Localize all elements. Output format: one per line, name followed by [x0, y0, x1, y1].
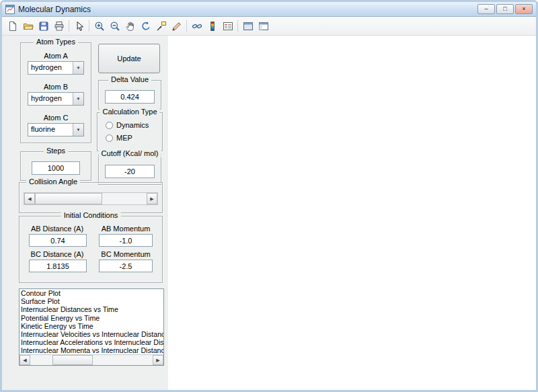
- calculation-type-panel: Calculation Type Dynamics MEP: [97, 112, 163, 151]
- hand-icon: [125, 21, 136, 32]
- list-item[interactable]: Internuclear Momenta vs Internuclear Dis…: [20, 346, 163, 354]
- window-controls: – □ ×: [477, 4, 533, 14]
- atom-a-select[interactable]: hydrogen ▼: [28, 61, 84, 75]
- cutoff-title: Cutoff (Kcal/ mol): [99, 149, 161, 157]
- plot-type-listbox[interactable]: Contour Plot Surface Plot Internuclear D…: [19, 288, 164, 366]
- save-floppy-icon: [38, 21, 49, 32]
- delta-value-field[interactable]: 0.424: [105, 90, 155, 104]
- title-bar[interactable]: Molecular Dynamics – □ ×: [2, 2, 536, 17]
- collision-angle-title: Collision Angle: [26, 178, 80, 186]
- bc-momentum-label: BC Momentum: [93, 250, 158, 258]
- open-file-button[interactable]: [20, 19, 36, 34]
- link-chain-icon: [192, 21, 202, 32]
- ab-distance-field[interactable]: 0.74: [29, 234, 87, 247]
- close-button[interactable]: ×: [515, 4, 533, 14]
- scrollbar-track[interactable]: [30, 355, 153, 365]
- pan-button[interactable]: [122, 19, 138, 34]
- cursor-arrow-icon: [74, 21, 85, 32]
- app-window: Molecular Dynamics – □ × Atom Types: [0, 0, 538, 392]
- scrollbar-thumb[interactable]: [52, 355, 93, 365]
- atom-types-panel: Atom Types Atom A hydrogen ▼ Atom B hydr…: [20, 42, 91, 143]
- toolbar-separator: [237, 20, 238, 32]
- save-figure-button[interactable]: [36, 19, 51, 34]
- link-plot-button[interactable]: [189, 19, 204, 34]
- app-icon: [5, 5, 15, 14]
- initial-conditions-title: Initial Conditions: [61, 211, 121, 219]
- radio-mep-label: MEP: [116, 134, 132, 142]
- steps-panel: Steps 1000: [20, 151, 91, 181]
- data-cursor-button[interactable]: [153, 19, 169, 34]
- rotate-3d-button[interactable]: [138, 19, 153, 34]
- zoom-in-button[interactable]: [91, 19, 107, 34]
- list-item[interactable]: Surface Plot: [20, 297, 163, 305]
- print-figure-button[interactable]: [51, 19, 67, 34]
- bc-momentum-field[interactable]: -2.5: [99, 260, 153, 272]
- new-figure-icon: [7, 21, 18, 32]
- open-folder-icon: [23, 21, 34, 32]
- ab-distance-label: AB Distance (A): [22, 225, 92, 233]
- plot-area[interactable]: [168, 36, 536, 391]
- list-item[interactable]: Contour Plot: [20, 289, 163, 297]
- zoom-out-button[interactable]: [107, 19, 122, 34]
- datatip-icon: [156, 21, 167, 32]
- legend-icon: [223, 21, 233, 32]
- list-item[interactable]: Internuclear Accelerations vs Internucle…: [20, 338, 163, 346]
- hide-plot-tools-icon: [243, 21, 254, 32]
- toolbar: [2, 17, 536, 36]
- edit-plot-button[interactable]: [71, 19, 87, 34]
- show-plot-tools-icon: [258, 21, 269, 32]
- list-item[interactable]: Internuclear Distances vs Time: [20, 305, 163, 313]
- scroll-left-button[interactable]: ◀: [20, 355, 30, 365]
- hide-plot-tools-button[interactable]: [240, 19, 256, 34]
- listbox-hscrollbar[interactable]: ◀ ▶: [20, 354, 163, 365]
- radio-dynamics[interactable]: Dynamics: [106, 121, 149, 129]
- radio-icon: [106, 134, 113, 142]
- chevron-down-icon[interactable]: ▼: [73, 62, 83, 74]
- colorbar-icon: [207, 21, 218, 32]
- delta-value-panel: Delta Value 0.424: [98, 80, 161, 110]
- chevron-down-icon[interactable]: ▼: [73, 124, 83, 136]
- slider-left-arrow[interactable]: ◀: [24, 193, 35, 204]
- insert-legend-button[interactable]: [220, 19, 235, 34]
- window-title: Molecular Dynamics: [18, 5, 91, 14]
- maximize-button[interactable]: □: [496, 4, 514, 14]
- update-button[interactable]: Update: [98, 44, 160, 73]
- insert-colorbar-button[interactable]: [204, 19, 220, 34]
- new-figure-button[interactable]: [5, 19, 20, 34]
- slider-right-arrow[interactable]: ▶: [147, 193, 157, 204]
- client-area: Atom Types Atom A hydrogen ▼ Atom B hydr…: [2, 36, 536, 391]
- list-item[interactable]: Potential Energy vs Time: [20, 314, 163, 322]
- steps-field[interactable]: 1000: [32, 161, 80, 175]
- atom-c-select[interactable]: fluorine ▼: [28, 123, 84, 136]
- atom-b-value: hydrogen: [28, 93, 73, 105]
- atom-c-label: Atom C: [21, 114, 91, 122]
- radio-dynamics-label: Dynamics: [116, 121, 149, 129]
- atom-c-value: fluorine: [28, 124, 73, 136]
- chevron-down-icon[interactable]: ▼: [73, 93, 83, 105]
- listbox-items: Contour Plot Surface Plot Internuclear D…: [20, 289, 163, 354]
- rotate-arrow-icon: [141, 21, 151, 32]
- scroll-right-button[interactable]: ▶: [153, 355, 163, 365]
- cutoff-field[interactable]: -20: [105, 165, 155, 178]
- printer-icon: [54, 21, 65, 32]
- show-plot-tools-button[interactable]: [256, 19, 271, 34]
- list-item[interactable]: Kinetic Energy vs Time: [20, 322, 163, 330]
- collision-angle-slider[interactable]: ◀ ▶: [24, 192, 158, 205]
- collision-angle-panel: Collision Angle ◀ ▶: [19, 182, 163, 213]
- slider-track[interactable]: [35, 193, 147, 204]
- zoom-out-icon: [110, 21, 120, 32]
- list-item[interactable]: Internuclear Velocities vs Internuclear …: [20, 330, 163, 338]
- initial-conditions-panel: Initial Conditions AB Distance (A) AB Mo…: [19, 216, 163, 283]
- atom-types-title: Atom Types: [34, 38, 78, 46]
- atom-b-select[interactable]: hydrogen ▼: [28, 92, 84, 106]
- zoom-in-icon: [94, 21, 105, 32]
- brush-data-button[interactable]: [169, 19, 184, 34]
- minimize-button[interactable]: –: [477, 4, 495, 14]
- ab-momentum-field[interactable]: -1.0: [99, 234, 153, 247]
- contour-plot[interactable]: [168, 36, 536, 391]
- slider-thumb[interactable]: [35, 193, 102, 204]
- bc-distance-field[interactable]: 1.8135: [29, 260, 87, 272]
- atom-b-label: Atom B: [21, 83, 91, 91]
- delta-value-title: Delta Value: [108, 75, 151, 83]
- radio-mep[interactable]: MEP: [106, 134, 132, 142]
